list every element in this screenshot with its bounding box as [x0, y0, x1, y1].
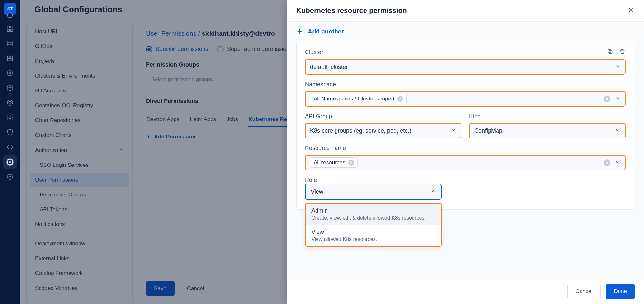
svg-point-10 [7, 100, 13, 106]
clear-all-icon[interactable]: ✕ [604, 159, 610, 166]
rail-grid-icon[interactable] [3, 37, 17, 50]
chevron-down-icon [615, 95, 620, 102]
role-label: Role [305, 177, 626, 184]
svg-rect-2 [7, 29, 9, 31]
role-option-desc: View allowed K8s resources. [311, 236, 435, 242]
drawer-done-button[interactable]: Done [606, 284, 635, 299]
resource-chip-label: All resources [314, 159, 345, 166]
svg-point-9 [9, 72, 11, 74]
apigroup-label: API Group [305, 113, 461, 120]
drawer-cancel-button[interactable]: Cancel [567, 284, 601, 299]
apigroup-select[interactable]: K8s core groups (eg. service, pod, etc.) [305, 123, 461, 138]
svg-point-11 [9, 101, 11, 104]
chevron-up-icon [431, 188, 437, 195]
drawer-title: Kubernetes resource permission [296, 6, 407, 15]
rail-cube-icon[interactable] [3, 81, 17, 95]
role-dropdown: Admin Create, view, edit & delete allowe… [305, 203, 442, 247]
close-icon[interactable] [627, 6, 634, 15]
svg-rect-7 [8, 59, 13, 61]
role-option-view[interactable]: View View allowed K8s resources. [306, 225, 441, 246]
resource-select[interactable]: All resources ✕ ✕ [305, 155, 626, 170]
kind-label: Kind [469, 113, 626, 120]
rail-gear-icon[interactable] [3, 111, 17, 124]
resource-label: Resource name [305, 145, 626, 152]
svg-point-12 [9, 117, 11, 119]
namespace-chip: All Namespaces / Cluster scoped ✕ [310, 94, 407, 104]
svg-rect-0 [7, 26, 9, 28]
role-option-title: View [311, 229, 435, 235]
nav-rail: ST [0, 0, 20, 304]
plus-icon [296, 28, 303, 35]
kind-value: ConfigMap [474, 128, 502, 134]
add-another-button[interactable]: Add another [296, 28, 634, 35]
svg-rect-4 [7, 41, 13, 46]
cluster-label: Cluster [305, 49, 323, 56]
rail-shield-icon[interactable] [3, 126, 17, 139]
trash-icon[interactable] [619, 48, 626, 56]
chip-remove-icon[interactable]: ✕ [397, 96, 403, 102]
svg-rect-16 [608, 49, 611, 52]
rail-more-icon[interactable] [3, 170, 17, 184]
rail-code-icon[interactable] [3, 140, 17, 154]
chevron-down-icon [450, 127, 456, 134]
role-value: View [311, 188, 323, 195]
resource-chip: All resources ✕ [310, 157, 358, 168]
clear-all-icon[interactable]: ✕ [604, 96, 610, 102]
chevron-down-icon [615, 159, 620, 166]
cluster-value: default_cluster [310, 64, 348, 71]
chevron-down-icon [615, 63, 620, 71]
namespace-chip-label: All Namespaces / Cluster scoped [314, 96, 394, 102]
chevron-down-icon [615, 127, 620, 134]
kind-select[interactable]: ConfigMap [469, 123, 626, 138]
permission-card: Cluster default_cluster Namespace All Na… [296, 41, 634, 210]
role-option-desc: Create, view, edit & delete allowed K8s … [311, 215, 435, 221]
permission-drawer: Kubernetes resource permission Add anoth… [287, 0, 644, 304]
svg-rect-5 [8, 56, 10, 58]
svg-rect-6 [10, 56, 12, 58]
svg-point-8 [7, 71, 13, 76]
namespace-select[interactable]: All Namespaces / Cluster scoped ✕ ✕ [305, 91, 626, 107]
role-select[interactable]: View [305, 184, 442, 200]
add-another-label: Add another [308, 28, 344, 35]
svg-rect-1 [11, 26, 13, 28]
copy-icon[interactable] [607, 48, 613, 56]
cluster-select[interactable]: default_cluster [305, 59, 626, 75]
rail-settings-icon[interactable] [3, 155, 17, 169]
apigroup-value: K8s core groups (eg. service, pod, etc.) [310, 128, 411, 134]
role-option-title: Admin [311, 207, 435, 214]
namespace-label: Namespace [305, 81, 626, 88]
role-option-admin[interactable]: Admin Create, view, edit & delete allowe… [306, 204, 441, 225]
app-logo: ST [4, 3, 16, 15]
svg-rect-3 [11, 29, 13, 31]
rail-target-icon[interactable] [3, 96, 17, 109]
rail-apps-icon[interactable] [3, 22, 17, 35]
rail-helm-icon[interactable] [3, 66, 17, 80]
svg-point-13 [9, 161, 11, 163]
chip-remove-icon[interactable]: ✕ [348, 160, 354, 166]
svg-rect-15 [609, 51, 612, 54]
rail-stack-icon[interactable] [3, 52, 17, 65]
